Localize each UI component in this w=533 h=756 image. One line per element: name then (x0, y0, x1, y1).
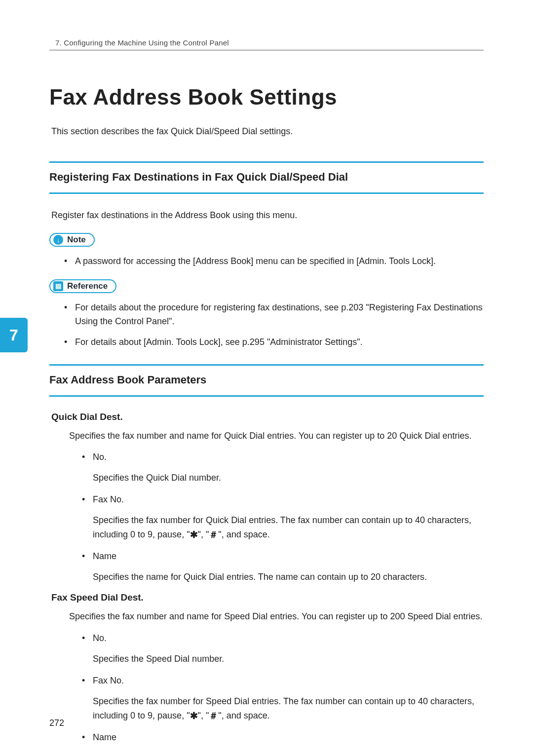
text-fragment: ", " (198, 711, 209, 720)
list-item: Name (82, 550, 484, 564)
reference-list: For details about the procedure for regi… (64, 301, 484, 349)
note-callout: ↓ Note (49, 233, 95, 247)
text-fragment: Specifies the fax number for Speed Dial … (93, 696, 474, 720)
chapter-tab: 7 (0, 318, 28, 352)
speed-dial-title: Fax Speed Dial Dest. (51, 592, 484, 603)
list-item: No. (82, 632, 484, 645)
list-item: Name (82, 731, 484, 745)
reference-icon: ▤ (53, 281, 63, 291)
star-symbol: ✱ (190, 711, 198, 721)
hash-symbol: ＃ (209, 711, 218, 721)
section-heading-registering: Registering Fax Destinations in Fax Quic… (49, 161, 484, 194)
accent-line (49, 364, 484, 366)
section-title: Registering Fax Destinations in Fax Quic… (49, 171, 484, 184)
text-fragment: ", and space. (218, 711, 269, 720)
quick-dial-list: Name (82, 550, 484, 564)
quick-dial-fax-desc: Specifies the fax number for Quick Dial … (93, 514, 484, 542)
quick-dial-desc: Specifies the fax number and name for Qu… (69, 429, 484, 443)
text-fragment: Specifies the fax number for Quick Dial … (93, 515, 471, 539)
list-item: For details about the procedure for regi… (64, 301, 484, 329)
section1-body: Register fax destinations in the Address… (51, 209, 484, 222)
section-title: Fax Address Book Parameters (49, 374, 484, 386)
quick-dial-no-desc: Specifies the Quick Dial number. (93, 471, 484, 485)
note-label: Note (67, 235, 86, 245)
note-list: A password for accessing the [Address Bo… (64, 255, 484, 268)
accent-line (49, 395, 484, 397)
speed-dial-no-desc: Specifies the Speed Dial number. (93, 652, 484, 666)
quick-dial-list: Fax No. (82, 493, 484, 507)
header-rule (49, 50, 484, 50)
page-number: 272 (49, 718, 64, 728)
text-fragment: ", " (198, 529, 209, 539)
section-heading-parameters: Fax Address Book Parameters (49, 364, 484, 397)
list-item: Fax No. (82, 493, 484, 507)
speed-dial-desc: Specifies the fax number and name for Sp… (69, 610, 484, 624)
reference-label: Reference (67, 281, 108, 291)
document-page: 7. Configuring the Machine Using the Con… (0, 0, 533, 756)
list-item: No. (82, 451, 484, 464)
note-icon: ↓ (53, 235, 63, 245)
list-item: Fax No. (82, 674, 484, 688)
list-item: A password for accessing the [Address Bo… (64, 255, 484, 268)
text-fragment: ", and space. (218, 529, 269, 539)
speed-dial-list: No. (82, 632, 484, 645)
accent-line (49, 161, 484, 163)
accent-line (49, 192, 484, 194)
star-symbol: ✱ (190, 529, 198, 540)
list-item: For details about [Admin. Tools Lock], s… (64, 336, 484, 349)
page-title: Fax Address Book Settings (49, 85, 484, 110)
quick-dial-name-desc: Specifies the name for Quick Dial entrie… (93, 570, 484, 584)
speed-dial-list: Fax No. (82, 674, 484, 688)
quick-dial-list: No. (82, 451, 484, 464)
quick-dial-title: Quick Dial Dest. (51, 412, 484, 422)
running-head: 7. Configuring the Machine Using the Con… (55, 38, 484, 47)
speed-dial-fax-desc: Specifies the fax number for Speed Dial … (93, 695, 484, 723)
hash-symbol: ＃ (209, 529, 218, 540)
reference-callout: ▤ Reference (49, 279, 116, 293)
speed-dial-list: Name (82, 731, 484, 745)
intro-text: This section describes the fax Quick Dia… (51, 126, 484, 137)
